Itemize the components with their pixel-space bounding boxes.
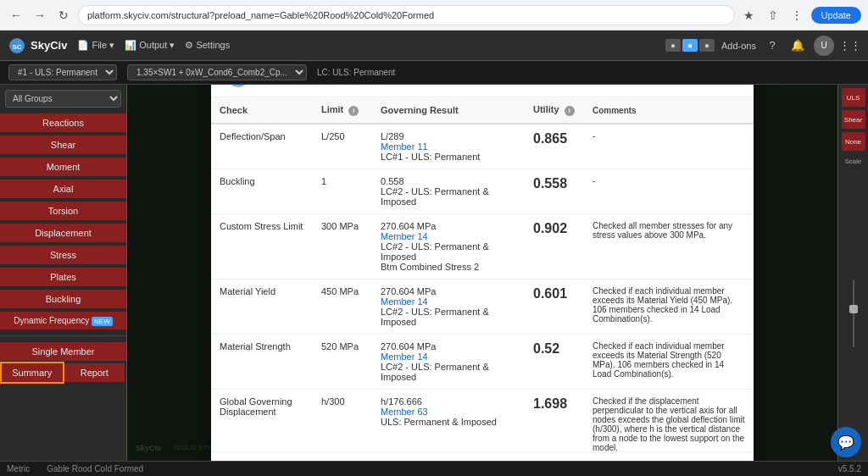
comments-cell: Checked if each individual member exceed… — [584, 335, 754, 390]
sidebar-item-axial[interactable]: Axial — [0, 180, 126, 198]
comments-cell: Checked if the displacement perpendicula… — [584, 390, 754, 452]
table-row: Custom Stress Limit 300 MPa 270.604 MPa … — [211, 214, 754, 280]
member-link[interactable]: Member 14 — [381, 351, 516, 362]
sidebar: All Groups Reactions Shear Moment Axial … — [0, 85, 127, 461]
sidebar-item-single-member[interactable]: Single Member — [0, 342, 126, 361]
scale-slider-area — [853, 169, 854, 457]
governing-cell: h/176.666 Member 63 ULS: Permanent & Imp… — [372, 390, 525, 452]
right-btn-uls[interactable]: ULS — [842, 88, 865, 107]
group-select[interactable]: All Groups — [5, 90, 121, 108]
utility-cell: 0.601 — [525, 280, 584, 335]
addons-button[interactable]: Add-ons — [721, 41, 756, 51]
mode-buttons: ● ● ● — [665, 39, 715, 52]
grid-menu-button[interactable]: ⋮⋮ — [841, 36, 860, 55]
status-version: v5.5.2 — [838, 464, 861, 473]
table-row: Deflection/Span L/250 L/289 Member 11 LC… — [211, 124, 754, 169]
help-button[interactable]: ? — [763, 36, 782, 55]
svg-point-11 — [227, 85, 249, 87]
update-button[interactable]: Update — [811, 7, 861, 24]
scale-thumb[interactable] — [849, 305, 858, 313]
skyciv-logo-icon: SC — [8, 37, 25, 54]
utility-cell: 1.698 — [525, 390, 584, 452]
check-cell: Material Strength — [211, 335, 313, 390]
check-cell: Material Yield — [211, 280, 313, 335]
status-project: Gable Rood Cold Formed — [47, 464, 143, 473]
table-row: Global Governing Displacement h/300 h/17… — [211, 390, 754, 452]
file-menu[interactable]: 📄 File ▾ — [77, 40, 114, 51]
mode-btn-1[interactable]: ● — [665, 39, 681, 52]
utility-info-icon[interactable]: i — [565, 106, 575, 116]
governing-cell: 270.604 MPa Member 14 LC#2 - ULS: Perman… — [372, 335, 525, 390]
check-cell: Custom Stress Limit — [211, 214, 313, 280]
check-cell: Global Governing Displacement — [211, 390, 313, 452]
limit-cell: 300 MPa — [313, 214, 372, 280]
utility-cell: 0.902 — [525, 214, 584, 280]
sidebar-item-moment[interactable]: Moment — [0, 158, 126, 176]
svg-text:SC: SC — [12, 43, 21, 51]
menu-button[interactable]: ⋮ — [787, 6, 806, 25]
share-button[interactable]: ⇧ — [764, 6, 782, 25]
limit-info-icon[interactable]: i — [348, 106, 359, 116]
refresh-button[interactable]: ↻ — [54, 6, 73, 25]
sidebar-item-shear[interactable]: Shear — [0, 136, 126, 154]
limit-cell: 450 MPa — [313, 280, 372, 335]
utility-cell: 0.52 — [525, 335, 584, 390]
limit-cell: h/300 — [313, 390, 372, 452]
table-row: Material Strength 520 MPa 270.604 MPa Me… — [211, 335, 754, 390]
sidebar-item-report[interactable]: Report — [64, 363, 125, 382]
logo: SC SkyCiv — [8, 37, 67, 54]
modal-body: Check Limit i Governing Result Utility i… — [211, 97, 754, 451]
mode-btn-2[interactable]: ● — [682, 39, 698, 52]
member-link[interactable]: Member 14 — [381, 296, 516, 307]
limit-cell: 520 MPa — [313, 335, 372, 390]
col-comments: Comments — [584, 97, 754, 124]
results-table: Check Limit i Governing Result Utility i… — [211, 97, 754, 451]
browser-chrome: ← → ↻ ★ ⇧ ⋮ Update — [0, 0, 868, 30]
right-panel: ULS Shear None Scale — [837, 85, 868, 461]
back-button[interactable]: ← — [7, 6, 25, 25]
governing-cell: 270.604 MPa Member 14 LC#2 - ULS: Perman… — [372, 280, 525, 335]
output-menu[interactable]: 📊 Output ▾ — [125, 40, 175, 51]
settings-menu[interactable]: ⚙ Settings — [185, 40, 230, 51]
status-metric: Metric — [7, 464, 30, 473]
load-combo-2[interactable]: 1.35×SW1 + 0xW_Cond6_Comb2_Cp... — [127, 64, 307, 80]
sidebar-item-stress[interactable]: Stress — [0, 246, 126, 264]
scale-track — [853, 280, 854, 347]
table-row: Buckling 1 0.558 LC#2 - ULS: Permanent &… — [211, 169, 754, 214]
comments-cell: - — [584, 124, 754, 169]
comments-cell: Checked if each individual member exceed… — [584, 280, 754, 335]
sidebar-item-plates[interactable]: Plates — [0, 268, 126, 286]
mode-btn-3[interactable]: ● — [699, 39, 715, 52]
results-summary-modal: SC Results Summary × Check Limit i Gover… — [211, 85, 754, 461]
governing-cell: 270.604 MPa Member 14 LC#2 - ULS: Perman… — [372, 214, 525, 280]
modal-overlay: SC Results Summary × Check Limit i Gover… — [127, 85, 837, 461]
member-link[interactable]: Member 11 — [381, 141, 516, 152]
sidebar-item-displacement[interactable]: Displacement — [0, 224, 126, 242]
sidebar-item-torsion[interactable]: Torsion — [0, 202, 126, 220]
col-utility: Utility i — [525, 97, 584, 124]
col-limit: Limit i — [313, 97, 372, 124]
member-link[interactable]: Member 14 — [381, 231, 516, 241]
forward-button[interactable]: → — [31, 6, 49, 25]
member-link[interactable]: Member 63 — [381, 407, 516, 417]
sidebar-item-buckling[interactable]: Buckling — [0, 290, 126, 308]
modal-logo-icon: SC — [226, 85, 250, 88]
bookmark-button[interactable]: ★ — [740, 6, 759, 25]
scale-label: Scale — [844, 158, 861, 165]
right-btn-shear[interactable]: Shear — [842, 110, 865, 129]
top-bar: SC SkyCiv 📄 File ▾ 📊 Output ▾ ⚙ Settings… — [0, 30, 868, 61]
governing-cell: 0.558 LC#2 - ULS: Permanent & Imposed — [372, 169, 525, 214]
url-bar[interactable] — [78, 5, 735, 25]
sidebar-item-reactions[interactable]: Reactions — [0, 113, 126, 132]
chat-icon: 💬 — [837, 434, 854, 451]
utility-cell: 0.558 — [525, 169, 584, 214]
viewport: SC Results Summary × Check Limit i Gover… — [127, 85, 837, 461]
load-combo-1[interactable]: #1 - ULS: Permanent — [8, 64, 117, 80]
sidebar-item-dynamic-frequency[interactable]: Dynamic Frequency NEW — [0, 312, 126, 329]
chat-bubble-button[interactable]: 💬 — [831, 427, 861, 457]
comments-cell: Checked all member stresses for any stre… — [584, 214, 754, 280]
right-btn-none[interactable]: None — [842, 132, 865, 151]
notification-button[interactable]: 🔔 — [788, 36, 807, 55]
user-avatar[interactable]: U — [814, 36, 834, 56]
sidebar-item-summary[interactable]: Summary — [2, 363, 63, 382]
